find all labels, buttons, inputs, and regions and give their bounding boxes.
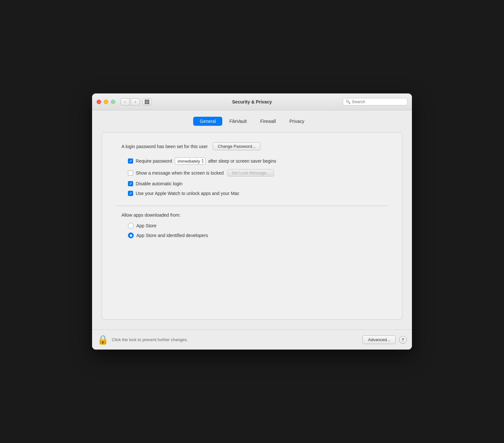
tab-filevault[interactable]: FileVault [223,117,253,126]
forward-button[interactable]: › [131,98,140,105]
svg-rect-1 [146,100,148,101]
app-store-label: App Store [136,223,156,228]
maximize-button[interactable] [111,100,115,104]
advanced-button[interactable]: Advanced... [362,335,396,344]
close-button[interactable] [97,100,101,104]
main-panel: A login password has been set for this u… [102,132,402,320]
password-row: A login password has been set for this u… [121,142,389,150]
require-password-label: Require password [136,158,172,164]
titlebar: ‹ › Security & Privacy 🔍 [92,93,412,110]
apple-watch-checkbox[interactable] [128,191,133,196]
show-message-label: Show a message when the screen is locked [136,170,224,176]
tab-firewall[interactable]: Firewall [254,117,282,126]
minimize-button[interactable] [104,100,108,104]
require-password-suffix: after sleep or screen saver begins [208,158,276,164]
dropdown-arrows-icon: ▲▼ [201,158,204,164]
window-title: Security & Privacy [232,99,272,104]
change-password-button[interactable]: Change Password... [213,142,260,150]
svg-rect-8 [148,103,149,104]
radio-group: App Store App Store and identified devel… [128,223,389,238]
window: ‹ › Security & Privacy 🔍 Gen [92,93,412,350]
show-message-row: Show a message when the screen is locked… [128,169,389,177]
allow-apps-title: Allow apps downloaded from: [121,212,389,218]
content: General FileVault Firewall Privacy A log… [92,110,412,330]
radio-app-store-developers[interactable] [128,232,134,238]
svg-rect-6 [145,103,146,104]
radio-app-store-row[interactable]: App Store [128,223,389,229]
svg-rect-3 [145,101,146,103]
disable-autologin-checkbox[interactable] [128,181,133,186]
show-message-checkbox[interactable] [128,170,133,176]
password-label: A login password has been set for this u… [121,144,208,149]
apple-watch-row: Use your Apple Watch to unlock apps and … [128,191,389,196]
checkbox-section: Require password immediately ▲▼ after sl… [128,157,389,196]
set-lock-message-button[interactable]: Set Lock Message... [227,169,274,177]
password-timing-dropdown[interactable]: immediately ▲▼ [175,157,205,165]
allow-apps-section: Allow apps downloaded from: App Store Ap… [121,212,389,238]
require-password-checkbox[interactable] [128,158,133,164]
tab-privacy[interactable]: Privacy [283,117,311,126]
grid-button[interactable] [142,98,152,105]
require-password-row: Require password immediately ▲▼ after sl… [128,157,389,165]
tab-bar: General FileVault Firewall Privacy [102,117,402,126]
svg-rect-4 [146,101,148,103]
lock-text: Click the lock to prevent further change… [112,337,362,342]
disable-autologin-label: Disable automatic login [136,181,183,186]
svg-rect-7 [146,103,148,104]
nav-buttons: ‹ › [121,98,140,105]
help-button[interactable]: ? [399,336,407,344]
search-input[interactable] [352,99,404,104]
app-store-developers-label: App Store and identified developers [136,233,208,238]
divider [115,206,389,206]
svg-rect-2 [148,100,149,101]
radio-app-store-developers-row[interactable]: App Store and identified developers [128,232,389,238]
tab-general[interactable]: General [193,117,222,126]
svg-rect-0 [145,100,146,101]
lock-icon[interactable]: 🔒 [97,334,109,345]
traffic-lights [97,100,115,104]
radio-app-store[interactable] [128,223,134,229]
apple-watch-label: Use your Apple Watch to unlock apps and … [136,191,239,196]
search-icon: 🔍 [346,100,351,104]
svg-rect-5 [148,101,149,103]
search-box[interactable]: 🔍 [343,98,407,105]
back-button[interactable]: ‹ [121,98,130,105]
bottom-bar: 🔒 Click the lock to prevent further chan… [92,330,412,350]
password-timing-value: immediately [178,159,200,164]
disable-autologin-row: Disable automatic login [128,181,389,186]
